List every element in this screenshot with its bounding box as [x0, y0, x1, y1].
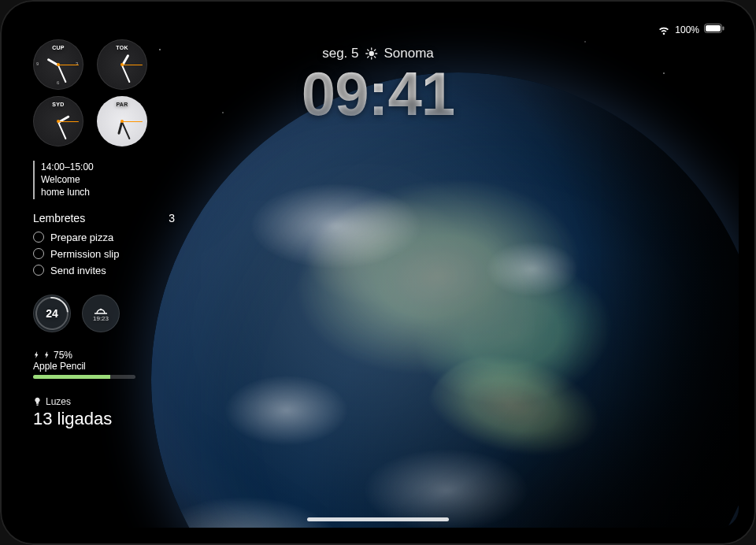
reminder-item[interactable]: Permission slip: [33, 246, 175, 262]
pencil-battery-bar: [33, 375, 135, 379]
lights-label: Luzes: [46, 396, 71, 407]
lock-screen-time-block: seg. 5 Sonoma 09:41: [302, 46, 455, 124]
svg-rect-1: [706, 25, 721, 32]
pencil-battery-percent: 75%: [54, 350, 72, 361]
svg-point-3: [369, 51, 373, 56]
reminder-checkbox[interactable]: [33, 248, 44, 259]
clock-tok[interactable]: TOK: [97, 39, 147, 90]
home-lights-widget[interactable]: Luzes 13 ligadas: [33, 396, 175, 429]
clock-cup[interactable]: CUP 6 9 3: [33, 39, 83, 90]
lock-screen[interactable]: 100% seg. 5 Sonoma 09:41 CUP: [17, 17, 739, 528]
clock-par[interactable]: PAR: [97, 96, 147, 146]
lock-screen-location: Sonoma: [384, 46, 433, 61]
charging-bolt-icon: [43, 351, 50, 358]
calendar-widget[interactable]: 14:00–15:00 Welcome home lunch: [33, 161, 175, 199]
lock-screen-time: 09:41: [302, 63, 455, 124]
temperature-widget[interactable]: 24: [33, 295, 71, 332]
reminder-text: Send invites: [50, 265, 106, 276]
clock-city-label: TOK: [97, 45, 147, 50]
wallpaper-earth: [151, 72, 739, 528]
reminders-header-label: Lembretes: [33, 212, 85, 224]
reminder-checkbox[interactable]: [33, 232, 44, 243]
reminder-checkbox[interactable]: [33, 265, 44, 276]
clock-city-label: PAR: [97, 102, 147, 107]
event-title-line2: home lunch: [41, 186, 175, 198]
svg-line-9: [374, 57, 375, 57]
clock-syd[interactable]: SYD: [33, 96, 83, 146]
home-indicator[interactable]: [307, 517, 449, 521]
event-title-line1: Welcome: [41, 173, 175, 186]
sunset-widget[interactable]: 19:23: [82, 295, 120, 332]
reminder-item[interactable]: Prepare pizza: [33, 229, 175, 246]
ipad-frame: 100% seg. 5 Sonoma 09:41 CUP: [0, 0, 756, 545]
status-bar: 100%: [658, 24, 724, 35]
event-time: 14:00–15:00: [41, 161, 175, 173]
clock-city-label: CUP: [33, 45, 83, 50]
reminder-item[interactable]: Send invites: [33, 262, 175, 279]
apple-pencil-battery-widget[interactable]: 75% Apple Pencil: [33, 350, 175, 379]
clock-city-label: SYD: [33, 102, 83, 107]
world-clock-widget[interactable]: CUP 6 9 3 TOK SYD: [33, 39, 151, 146]
pencil-battery-name: Apple Pencil: [33, 361, 175, 372]
reminders-count: 3: [169, 212, 175, 224]
reminder-text: Permission slip: [50, 248, 119, 260]
svg-line-11: [374, 50, 375, 50]
lock-screen-widgets: CUP 6 9 3 TOK SYD: [33, 39, 175, 429]
lights-value: 13 ligadas: [33, 409, 175, 429]
lock-screen-date: seg. 5: [322, 46, 358, 61]
sunset-icon: [92, 304, 109, 315]
svg-line-8: [367, 50, 368, 50]
svg-line-10: [367, 57, 368, 57]
sunset-time: 19:23: [93, 315, 109, 322]
reminder-text: Prepare pizza: [50, 232, 113, 243]
lightbulb-icon: [33, 397, 42, 406]
circular-widgets-row: 24 19:23: [33, 295, 175, 332]
wifi-icon: [658, 25, 670, 35]
battery-icon: [704, 24, 724, 35]
sun-icon: [365, 47, 377, 60]
svg-rect-2: [723, 27, 724, 31]
battery-percent-text: 100%: [675, 24, 699, 35]
svg-point-12: [100, 309, 102, 310]
charging-bolt-icon: [33, 351, 40, 358]
temperature-value: 24: [46, 307, 58, 320]
reminders-widget[interactable]: Lembretes 3 Prepare pizza Permission sli…: [33, 212, 175, 279]
